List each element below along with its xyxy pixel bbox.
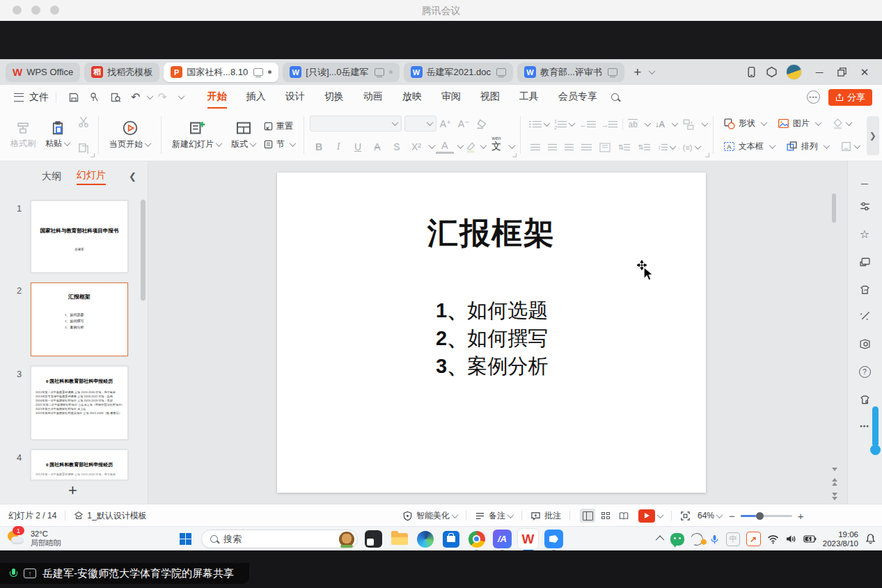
tab-presentation-active[interactable]: P 国家社科...8.10 [164,63,278,82]
taskbar-search[interactable]: 搜索 [201,530,358,548]
switch-shape-icon[interactable] [858,255,872,269]
tray-expand-icon[interactable] [656,536,665,545]
slide-page[interactable]: 汇报框架 1、如何选题 2、如何撰写 3、案例分析 [277,173,706,493]
align-center-icon[interactable] [548,144,557,150]
decrease-font-button[interactable]: A⁻ [455,116,473,132]
menu-tab-insert[interactable]: 插入 [246,86,266,109]
sync-icon[interactable] [688,531,704,547]
menu-tab-home[interactable]: 开始 [207,86,227,109]
add-slide-button[interactable]: + [68,482,77,500]
arrange-button[interactable]: 排列 [786,141,829,152]
menu-tab-transition[interactable]: 切换 [324,86,344,109]
reading-view-button[interactable] [616,509,631,523]
slide-thumbnail-2-selected[interactable]: 汇报框架 1、如何选题 2、如何撰写 3、案例分析 [31,283,128,356]
weather-widget[interactable]: 1 32°C局部晴朗 [7,529,61,548]
fill-color-button[interactable] [832,118,851,129]
save-icon[interactable] [68,92,79,103]
tab-doc-review[interactable]: W 教育部...评审书 [517,63,624,82]
play-from-current-button[interactable]: 当页开始 [104,118,155,152]
rail-collapse-icon[interactable]: ─ [858,177,872,191]
font-size-select[interactable] [404,116,436,132]
slide-thumbnail-3[interactable]: 0 国社科和教育部社科申报经历 2012年第一次中标教育部课题 立项 2013-… [31,366,128,440]
canvas-scrollbar[interactable] [832,193,836,223]
bold-button[interactable]: B [310,138,328,155]
tab-wps-office[interactable]: W WPS Office [6,63,80,82]
panel-scrollbar[interactable] [141,200,145,301]
clipboard-dialog-launcher[interactable] [90,153,95,157]
scroll-down-icon[interactable] [832,468,837,471]
material-finder-icon[interactable] [858,337,872,351]
zoom-slider[interactable] [741,515,792,517]
underline-button[interactable]: U [349,138,367,155]
design-template[interactable]: 1_默认设计模板 [87,510,146,522]
strikethrough-button[interactable]: A [368,138,386,155]
increase-font-button[interactable]: A⁺ [436,116,455,132]
increase-indent-button[interactable]: → [601,120,617,129]
microsoft-store-icon[interactable] [441,529,461,549]
cut-icon[interactable] [77,116,90,128]
font-name-select[interactable] [310,116,402,132]
tab-slides[interactable]: 幻灯片 [77,169,106,185]
new-tab-button[interactable]: + [629,63,647,81]
justify-icon[interactable] [581,144,592,150]
smart-beautify-button[interactable]: 智能美化 [416,510,450,522]
toolbar-more-chevron-icon[interactable] [178,93,184,100]
taskbar-clock[interactable]: 19:06 2023/8/10 [823,530,858,548]
section-button[interactable]: 节 [276,138,285,150]
notification-bell-icon[interactable]: z [865,533,876,545]
docer-resources-icon[interactable] [858,283,872,296]
dark-app-icon[interactable] [363,529,384,549]
copy-icon[interactable] [77,142,90,154]
wifi-icon[interactable] [767,534,779,544]
layout-button[interactable]: 版式 [226,118,260,152]
font-dialog-launcher[interactable] [512,153,517,157]
picture-button[interactable]: 图片 [778,118,821,129]
font-color-button[interactable]: A [436,139,454,154]
reset-button[interactable]: 重置 [276,120,293,132]
slide-body-list[interactable]: 1、如何选题 2、如何撰写 3、案例分析 [436,296,548,380]
next-slide-button[interactable] [832,493,837,500]
hamburger-icon[interactable] [14,93,24,102]
line-spacing-decrease-icon[interactable]: ⇅ [638,143,649,151]
effects-star-icon[interactable]: ☆ [858,227,872,241]
paste-button[interactable]: 粘贴 [40,119,74,151]
file-menu[interactable]: 文件 [29,91,49,104]
redo-icon[interactable]: ↷ [157,90,166,104]
rail-more-icon[interactable]: ••• [858,419,872,433]
comments-button[interactable]: 批注 [544,510,561,522]
edge-browser-icon[interactable] [415,529,435,549]
undo-icon[interactable]: ↶ [131,90,140,104]
slide-thumbnail-4[interactable]: 0 国社科和教育部社科申报经历 2012年第一次中标教育部课题 立项 2013-… [31,450,128,480]
share-button[interactable]: 分享 [828,89,872,106]
textbox-button[interactable]: A 文本框 [723,141,775,152]
search-icon[interactable] [611,93,619,101]
clear-format-icon[interactable] [475,118,488,130]
mobile-sync-icon[interactable] [746,66,757,78]
zoom-in-button[interactable]: + [798,510,804,522]
panel-collapse-icon[interactable]: ❮ [129,171,136,182]
tray-app-icon[interactable]: 中 [726,532,740,546]
file-explorer-icon[interactable] [389,529,409,549]
tencent-meeting-icon[interactable] [544,529,564,549]
restore-button[interactable] [837,67,847,77]
battery-icon[interactable] [803,535,817,543]
volume-icon[interactable] [785,534,797,544]
highlight-color-icon[interactable] [464,141,477,153]
paragraph-dialog-launcher[interactable] [705,153,709,157]
format-painter-button[interactable]: 格式刷 [6,119,40,151]
menu-tab-member[interactable]: 会员专享 [558,86,597,109]
line-spacing-increase-icon[interactable]: ⇅ [618,143,630,151]
scroll-thermometer[interactable] [872,406,879,447]
ribbon-expand-button[interactable]: ❯ [867,116,879,155]
align-left-icon[interactable] [530,144,540,150]
new-slide-button[interactable]: 新建幻灯片 [167,118,226,152]
bullet-list-button[interactable] [529,121,549,127]
print-preview-icon[interactable] [110,92,121,103]
start-button[interactable] [180,533,191,545]
tab-doc-readonly[interactable]: W [只读]...0岳建军 [283,63,399,82]
zoom-percent[interactable]: 64% [698,511,714,521]
search-highlight-lion-icon[interactable] [339,532,354,547]
remote-control-icon[interactable]: ↗ [746,532,761,546]
tab-docer-templates[interactable]: 稻 找稻壳模板 [84,63,159,82]
user-avatar[interactable] [786,64,802,80]
